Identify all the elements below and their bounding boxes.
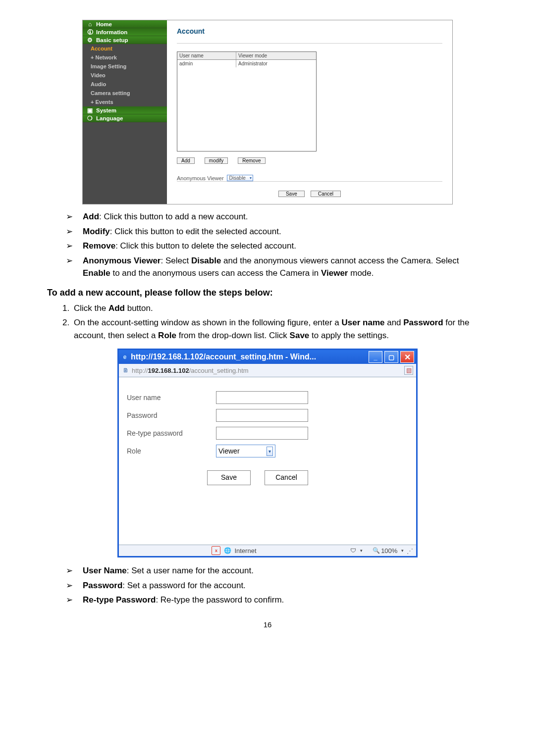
- zoom-value: 100%: [381, 547, 397, 554]
- info-icon: 🛈: [87, 29, 93, 35]
- sidebar-fill: [83, 122, 167, 204]
- account-panel-screenshot: ⌂Home 🛈Information ⚙Basic setup Account …: [82, 20, 453, 204]
- label-role: Role: [127, 447, 216, 455]
- field-description-list: ➢User Name: Set a user name for the acco…: [66, 564, 488, 606]
- sidebar-system[interactable]: ▣System: [83, 106, 167, 114]
- password-input[interactable]: [216, 409, 308, 422]
- sidebar-info-label: Information: [96, 29, 127, 35]
- retype-password-input[interactable]: [216, 427, 308, 440]
- protected-mode-icon[interactable]: 🛡: [349, 547, 357, 554]
- label-user: User name: [127, 394, 216, 402]
- gear-icon: ⚙: [87, 37, 93, 43]
- sidebar-system-label: System: [96, 107, 116, 113]
- url-text: http://192.168.1.102/account_setting.htm: [132, 367, 402, 374]
- sidebar-information[interactable]: 🛈Information: [83, 28, 167, 36]
- button-row: Add modify Remove: [177, 157, 442, 164]
- save-button[interactable]: Save: [278, 191, 305, 197]
- maximize-button[interactable]: ▢: [384, 351, 398, 363]
- zoom-icon: 🔍: [372, 547, 380, 554]
- steps-list: Click the Add button. On the account-set…: [61, 302, 488, 342]
- status-zone: Internet: [234, 547, 256, 554]
- anon-select[interactable]: Disable: [227, 175, 253, 181]
- account-setting-dialog: e http://192.168.1.102/account_setting.h…: [117, 349, 418, 557]
- page-icon: 🗎: [122, 366, 130, 374]
- desc-repassword: Re-type Password: Re-type the password t…: [83, 594, 284, 606]
- account-row[interactable]: admin Administrator: [177, 60, 316, 67]
- sidebar-basic-setup[interactable]: ⚙Basic setup: [83, 36, 167, 44]
- dialog-buttons: Save Cancel: [207, 470, 408, 485]
- bullet-arrow-icon: ➢: [66, 594, 83, 606]
- chevron-down-icon: ▾: [267, 447, 273, 456]
- modify-button[interactable]: modify: [205, 157, 228, 164]
- sidebar-sub-image[interactable]: Image Setting: [83, 62, 167, 71]
- dialog-titlebar: e http://192.168.1.102/account_setting.h…: [119, 350, 416, 364]
- anonymous-viewer-row: Anonymous Viewer Disable: [177, 175, 442, 181]
- add-button[interactable]: Add: [177, 157, 195, 164]
- broken-image-icon[interactable]: ▧: [404, 366, 413, 375]
- anon-value: Disable: [229, 175, 246, 181]
- remove-button[interactable]: Remove: [238, 157, 265, 164]
- col-mode: Viewer mode: [236, 52, 316, 59]
- sidebar-sub-video[interactable]: Video: [83, 71, 167, 80]
- popup-blocked-icon[interactable]: x: [212, 546, 220, 555]
- role-value: Viewer: [218, 447, 240, 455]
- sidebar-home[interactable]: ⌂Home: [83, 20, 167, 28]
- cell-user: admin: [177, 60, 236, 67]
- role-select[interactable]: Viewer▾: [216, 445, 275, 457]
- save-cancel-row: Save Cancel: [177, 181, 442, 197]
- dialog-save-button[interactable]: Save: [207, 470, 251, 485]
- sidebar-basic-label: Basic setup: [96, 37, 128, 43]
- close-button[interactable]: ✕: [400, 351, 414, 363]
- minimize-button[interactable]: _: [369, 351, 382, 363]
- home-icon: ⌂: [87, 21, 93, 27]
- internet-zone-icon: 🌐: [223, 547, 231, 554]
- label-repass: Re-type password: [127, 429, 216, 437]
- dialog-body: User name Password Re-type password Role…: [119, 377, 416, 545]
- resize-grip-icon[interactable]: ⋰: [407, 547, 413, 554]
- step-1: Click the Add button.: [72, 302, 488, 315]
- globe-icon: ❍: [87, 115, 93, 121]
- bullet-arrow-icon: ➢: [66, 240, 83, 252]
- account-table: User name Viewer mode admin Administrato…: [177, 51, 317, 151]
- account-content: Account User name Viewer mode admin Admi…: [167, 20, 452, 204]
- bullet-arrow-icon: ➢: [66, 564, 83, 577]
- sidebar-sub-audio[interactable]: Audio: [83, 80, 167, 89]
- zoom-control[interactable]: 🔍100% ▾: [372, 547, 404, 554]
- dialog-cancel-button[interactable]: Cancel: [265, 470, 308, 485]
- panel-title: Account: [177, 27, 442, 35]
- sidebar: ⌂Home 🛈Information ⚙Basic setup Account …: [83, 20, 167, 204]
- bullet-arrow-icon: ➢: [66, 254, 83, 280]
- add-account-heading: To add a new account, please follow the …: [47, 288, 488, 298]
- cancel-button[interactable]: Cancel: [311, 191, 341, 197]
- step-2: On the account-setting window as shown i…: [72, 316, 488, 342]
- sidebar-language-label: Language: [96, 115, 123, 121]
- address-bar: 🗎 http://192.168.1.102/account_setting.h…: [119, 364, 416, 377]
- desc-password: Password: Set a password for the account…: [83, 579, 246, 592]
- desc-add: Add: Click this button to add a new acco…: [83, 210, 248, 223]
- chevron-down-icon[interactable]: ▾: [360, 548, 363, 553]
- col-user: User name: [177, 52, 236, 59]
- button-description-list: ➢Add: Click this button to add a new acc…: [66, 210, 488, 280]
- sidebar-home-label: Home: [96, 21, 112, 27]
- desc-user: User Name: Set a user name for the accou…: [83, 564, 254, 577]
- page-number: 16: [47, 620, 488, 629]
- sidebar-language[interactable]: ❍Language: [83, 114, 167, 122]
- anon-label: Anonymous Viewer: [177, 175, 224, 181]
- bullet-arrow-icon: ➢: [66, 579, 83, 592]
- ie-icon: e: [121, 353, 129, 361]
- chevron-down-icon: ▾: [401, 548, 404, 553]
- cell-mode: Administrator: [236, 60, 316, 67]
- sidebar-sub-network[interactable]: + Network: [83, 53, 167, 62]
- sidebar-sub-account[interactable]: Account: [83, 44, 167, 53]
- sidebar-sub-events[interactable]: + Events: [83, 98, 167, 106]
- sidebar-sub-camera[interactable]: Camera setting: [83, 89, 167, 98]
- desc-anon: Anonymous Viewer: Select Disable and the…: [83, 254, 488, 280]
- divider: [177, 43, 442, 44]
- dialog-title: http://192.168.1.102/account_setting.htm…: [131, 353, 367, 361]
- account-table-header: User name Viewer mode: [177, 52, 316, 60]
- bullet-arrow-icon: ➢: [66, 225, 83, 238]
- label-pass: Password: [127, 411, 216, 419]
- user-name-input[interactable]: [216, 391, 308, 404]
- desc-modify: Modify: Click this button to edit the se…: [83, 225, 281, 238]
- system-icon: ▣: [87, 107, 93, 113]
